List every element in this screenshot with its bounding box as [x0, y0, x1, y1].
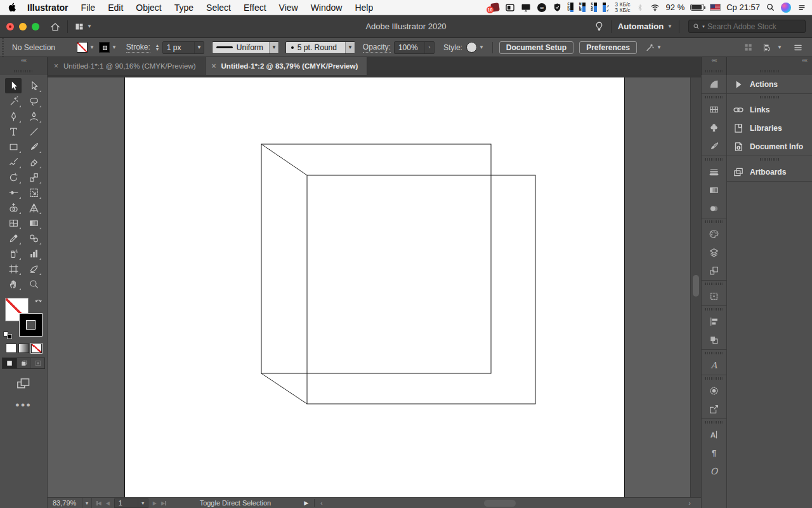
document-tab-1[interactable]: ×Untitled-1*:1 @ 90,16% (CMYK/Preview) [48, 57, 206, 75]
panel-group-grip[interactable] [702, 349, 726, 356]
home-icon[interactable] [49, 21, 61, 32]
panel-group-grip[interactable] [702, 305, 726, 312]
draw-inside-button[interactable] [30, 358, 44, 368]
panel-group-grip[interactable] [727, 156, 812, 163]
tool-curvature[interactable] [25, 109, 42, 124]
none-button[interactable] [31, 344, 42, 353]
panel-menu-icon[interactable] [793, 43, 803, 53]
minimize-window-button[interactable] [19, 23, 27, 30]
chevron-down-icon[interactable]: ▼ [87, 23, 92, 29]
artboard[interactable] [124, 77, 625, 497]
tool-slice[interactable] [25, 261, 42, 276]
cpu-meter-icon[interactable]: CPU [568, 3, 573, 12]
ssd-meter-icon[interactable]: SSD [591, 3, 597, 12]
tool-artboard[interactable] [5, 261, 22, 276]
chevron-down-icon[interactable]: ▼ [657, 44, 662, 50]
network-speed-readout[interactable]: 3 КБ/с 3 КБ/с [615, 2, 630, 13]
siri-icon[interactable] [781, 3, 791, 13]
panel-icon-separations-preview[interactable] [702, 382, 727, 400]
panel-group-grip[interactable] [702, 280, 726, 287]
zoom-level-value[interactable]: 83,79% [53, 499, 82, 507]
battery-icon[interactable] [690, 4, 704, 11]
collapse-dock-icon[interactable]: «« [711, 58, 716, 64]
document-setup-button[interactable]: Document Setup [499, 41, 573, 54]
menu-type[interactable]: Type [168, 3, 200, 13]
tool-column-graph[interactable] [25, 246, 42, 261]
tool-blend[interactable] [25, 231, 42, 246]
canvas-pasteboard[interactable] [48, 75, 701, 497]
opacity-label[interactable]: Opacity: [363, 43, 391, 53]
search-input[interactable] [707, 22, 790, 31]
stroke-weight-field[interactable]: 1 px ▼ [162, 41, 204, 54]
tool-zoom[interactable] [25, 276, 42, 291]
preferences-button[interactable]: Preferences [579, 41, 637, 54]
tool-direct-selection[interactable] [25, 78, 42, 93]
menu-effect[interactable]: Effect [237, 3, 273, 13]
dock-grip[interactable] [760, 70, 779, 72]
first-artboard-button[interactable]: ◀ [96, 500, 102, 506]
menu-window[interactable]: Window [304, 3, 349, 13]
chevron-down-icon[interactable]: ▼ [194, 42, 204, 53]
panel-icon-opentype[interactable]: O [702, 462, 727, 481]
icon-strip-dock-header[interactable]: «« [701, 57, 726, 75]
bluetooth-icon[interactable] [636, 3, 644, 12]
opacity-field[interactable]: 100% › [394, 41, 435, 54]
horizontal-scrollbar-thumb[interactable] [484, 500, 516, 507]
vertical-scrollbar-thumb[interactable] [693, 275, 699, 297]
panel-icon-paragraph[interactable]: ¶ [702, 444, 727, 462]
tab-close-icon[interactable]: × [54, 62, 58, 70]
panel-group-grip[interactable] [702, 156, 726, 163]
chevron-down-icon[interactable]: ▼ [138, 499, 148, 507]
align-options-icon[interactable] [762, 43, 772, 53]
display-icon[interactable] [521, 3, 531, 13]
stroke-proxy-swatch[interactable] [19, 313, 43, 337]
panel-icon-color-guide[interactable] [702, 75, 727, 93]
apple-logo-icon[interactable] [8, 3, 17, 12]
vertical-scrollbar[interactable] [690, 77, 701, 497]
document-tab-2[interactable]: ×Untitled-1*:2 @ 83,79% (CMYK/Preview) [206, 57, 368, 75]
next-artboard-button[interactable]: ▶ [153, 500, 157, 506]
brush-definition-dropdown[interactable]: 5 pt. Round ▼ [285, 41, 355, 54]
artboard-navigation-field[interactable]: 1 ▼ [114, 498, 148, 508]
panel-group-grip[interactable] [727, 93, 812, 100]
chevron-down-icon[interactable]: ▼ [345, 42, 355, 53]
tool-pen[interactable] [5, 109, 22, 124]
panel-group-grip[interactable] [702, 218, 726, 225]
scroll-right-icon[interactable]: › [688, 499, 691, 507]
panel-tab-libraries[interactable]: Libraries [727, 119, 812, 137]
shield-icon[interactable] [553, 3, 562, 12]
tool-line-segment[interactable] [25, 124, 42, 139]
creative-cloud-icon[interactable]: ∞ [537, 3, 547, 13]
panel-icon-transform[interactable] [702, 287, 727, 305]
graphic-style-swatch[interactable] [466, 42, 477, 53]
panel-icon-appearance[interactable] [702, 225, 727, 243]
stroke-weight-stepper[interactable]: ▲▼ [154, 41, 161, 54]
tool-rotate[interactable] [5, 170, 22, 185]
panel-tab-links[interactable]: Links [727, 100, 812, 119]
arrange-documents-icon[interactable] [74, 22, 84, 32]
istat-menus-icon[interactable] [797, 3, 807, 12]
swap-fill-stroke-icon[interactable] [34, 297, 43, 306]
collapse-dock-icon[interactable]: «« [21, 58, 26, 64]
network-meter-icon[interactable]: ↗↙ [603, 3, 610, 12]
tool-hand[interactable] [5, 276, 22, 291]
panel-dock-header[interactable]: «« [726, 57, 812, 75]
tool-shaper[interactable] [5, 154, 22, 170]
mem-meter-icon[interactable]: MEM [579, 3, 586, 12]
tool-lasso[interactable] [25, 93, 42, 109]
gradient-button[interactable] [18, 344, 29, 353]
panel-icon-stroke[interactable] [702, 163, 727, 181]
tool-perspective-grid[interactable] [25, 200, 42, 215]
badged-app-icon[interactable]: 10 [487, 2, 499, 13]
close-window-button[interactable] [6, 23, 14, 30]
stroke-color-swatch[interactable] [99, 42, 110, 53]
tool-selection[interactable] [5, 78, 22, 93]
menu-view[interactable]: View [273, 3, 304, 13]
tool-eraser[interactable] [25, 154, 42, 170]
chevron-down-icon[interactable]: ▼ [269, 42, 278, 53]
default-fill-stroke-icon[interactable] [3, 331, 12, 339]
scroll-left-icon[interactable]: ‹ [320, 499, 323, 507]
tool-paintbrush[interactable] [25, 139, 42, 154]
status-tool-hint[interactable]: Toggle Direct Selection [200, 499, 272, 507]
panel-tab-document-info[interactable]: Document Info [727, 137, 812, 156]
